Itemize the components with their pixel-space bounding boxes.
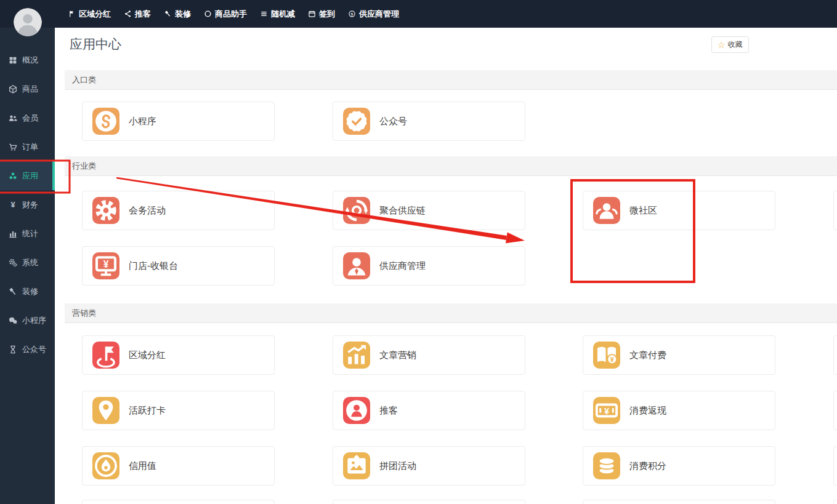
app-card-partial[interactable] [833,335,837,375]
app-card-cashback[interactable]: ¥消费返现 [583,391,775,430]
app-card-partial[interactable] [583,500,775,504]
overview-icon [8,55,18,65]
section-header: 入口类 [65,70,837,90]
app-card-supplier[interactable]: 供应商管理 [333,246,525,286]
app-card-label: 拼团活动 [379,447,416,485]
app-card-partial[interactable] [833,446,837,486]
topbar-item-label: 商品助手 [215,9,247,20]
app-card-partial[interactable] [833,391,837,430]
app-card-groupbuy[interactable]: 拼团活动 [333,446,525,486]
app-card-label: 区域分红 [129,336,166,374]
app-card-label: 门店-收银台 [129,247,178,285]
app-card-official-badge[interactable]: 公众号 [333,102,525,141]
circle-icon [204,10,212,18]
article-chart-icon [343,342,370,369]
app-card-article-pay[interactable]: ¥文章付费 [583,335,775,375]
topbar-item-flag[interactable]: 区域分红 [68,9,111,20]
app-card-store-cashier[interactable]: ¥门店-收银台 [82,246,275,286]
app-card-partial[interactable] [833,191,837,230]
wechat-icon [8,316,18,326]
app-card-label: 信用值 [129,447,156,485]
avatar[interactable] [14,8,42,36]
app-card-partial[interactable] [333,500,525,504]
orders-icon [8,142,18,152]
sidebar-item-gavel[interactable]: 装修 [0,277,55,306]
main-content: 应用中心 ☆ 收藏 入口类小程序公众号行业类会务活动聚合供应链微社区¥门店-收银… [55,28,837,504]
app-card-label: 推客 [379,391,398,430]
topbar-item-label: 供应商管理 [359,9,399,20]
finance-icon: ¥ [8,200,18,210]
topbar-item-circle[interactable]: 商品助手 [204,9,247,20]
points-icon [593,452,620,479]
app-card-label: 消费积分 [629,447,666,485]
app-card-label: 公众号 [379,102,407,140]
sidebar-item-label: 公众号 [22,344,46,355]
app-card-label: 文章营销 [379,336,416,374]
sidebar-item-finance[interactable]: ¥财务 [0,190,55,219]
app-card-label: 文章付费 [629,336,666,374]
app-card-person-circle[interactable]: 推客 [333,391,525,430]
article-pay-icon: ¥ [593,342,620,369]
topbar-item-label: 推客 [135,9,151,20]
sidebar-item-members[interactable]: 会员 [0,103,55,132]
s-circle-icon: S [348,10,356,18]
sidebar-item-label: 装修 [22,286,38,297]
community-icon [593,197,620,224]
supplier-icon [343,252,370,279]
topbar-item-calendar[interactable]: 签到 [308,9,335,20]
app-card-article-chart[interactable]: 文章营销 [333,335,525,375]
goods-icon [8,84,18,94]
favorite-button[interactable]: ☆ 收藏 [711,36,749,53]
flag-icon [68,10,76,18]
app-card-partial[interactable] [82,500,275,504]
sidebar-item-label: 系统 [22,257,38,268]
app-card-label: 聚合供应链 [379,191,426,230]
sidebar-item-wechat[interactable]: 小程序 [0,306,55,335]
topbar-item-menu[interactable]: 随机减 [260,9,295,20]
sidebar-item-label: 订单 [22,142,38,153]
app-card-credit-drop[interactable]: 信用值 [82,446,275,486]
sidebar-item-stats[interactable]: 统计 [0,219,55,248]
app-card-partial[interactable] [833,500,837,504]
sidebar-item-system[interactable]: 系统 [0,248,55,277]
app-card-points[interactable]: 消费积分 [583,446,775,486]
supply-chain-icon [343,197,370,224]
official-badge-icon [343,108,370,135]
meeting-icon [92,197,119,224]
sidebar-item-label: 商品 [22,84,38,95]
sidebar-item-goods[interactable]: 商品 [0,74,55,103]
topbar-item-share[interactable]: 推客 [124,9,151,20]
members-icon [8,113,18,123]
star-icon: ☆ [718,41,726,49]
miniprogram-icon [92,108,119,135]
app-card-label: 微社区 [629,191,657,230]
topbar: 区域分红推客装修商品助手随机减签到S供应商管理 [0,0,837,28]
sidebar-item-overview[interactable]: 概况 [0,46,55,74]
topbar-item-label: 随机减 [271,9,295,20]
system-icon [8,258,18,268]
app-card-community[interactable]: 微社区 [583,191,775,230]
hourglass-icon [8,345,18,354]
region-flag-icon [92,342,119,369]
sidebar: 概况商品会员订单应用¥财务统计系统装修小程序公众号 [0,28,55,504]
sidebar-item-apps[interactable]: 应用 [0,161,55,190]
topbar-item-s-circle[interactable]: S供应商管理 [348,9,399,20]
stats-icon [8,229,18,239]
sidebar-item-orders[interactable]: 订单 [0,132,55,161]
topbar-item-label: 签到 [319,9,335,20]
app-card-label: 会务活动 [129,191,166,230]
app-card-meeting[interactable]: 会务活动 [82,191,275,230]
section-header: 行业类 [65,156,837,176]
app-card-checkin-pin[interactable]: 活跃打卡 [82,391,275,430]
app-card-miniprogram[interactable]: 小程序 [82,102,275,141]
sidebar-menu: 概况商品会员订单应用¥财务统计系统装修小程序公众号 [0,46,55,364]
topbar-item-gavel[interactable]: 装修 [164,9,191,20]
topbar-item-label: 区域分红 [79,9,111,20]
app-card-label: 活跃打卡 [129,391,166,430]
app-card-supply-chain[interactable]: 聚合供应链 [333,191,525,230]
sidebar-item-label: 会员 [22,113,38,124]
app-card-label: 小程序 [129,102,156,140]
share-icon [124,10,132,18]
sidebar-item-hourglass[interactable]: 公众号 [0,335,55,364]
app-card-region-flag[interactable]: 区域分红 [82,335,275,375]
